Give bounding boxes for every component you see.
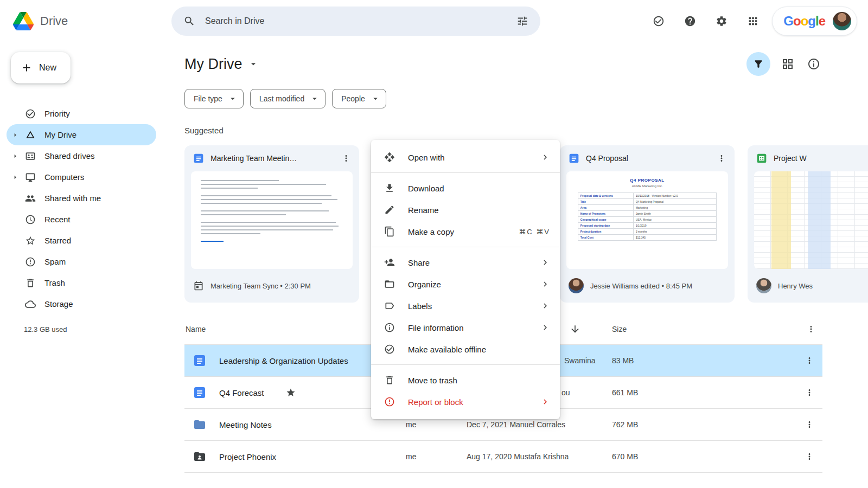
card-title: Q4 Proposal (586, 154, 706, 163)
row-more-icon[interactable] (796, 444, 822, 470)
chip-last-modified[interactable]: Last modified (250, 89, 326, 108)
file-card-q4-proposal[interactable]: Q4 Proposal Q4 PROPOSAL ACME Marketing I… (560, 145, 735, 303)
avatar (569, 278, 584, 293)
account-chip[interactable]: Google (772, 7, 857, 36)
submenu-arrow-icon (540, 152, 550, 162)
user-avatar[interactable] (833, 12, 851, 30)
more-options-icon[interactable] (337, 150, 355, 167)
shared-drives-icon (25, 151, 36, 162)
menu-item-make-a-copy[interactable]: Make a copy ⌘C ⌘V (371, 221, 560, 242)
people-icon (25, 193, 36, 204)
menu-item-download[interactable]: Download (371, 177, 560, 199)
submenu-arrow-icon (540, 301, 550, 311)
grid-view-button[interactable] (779, 55, 796, 73)
search-input[interactable] (205, 16, 507, 26)
card-footer: Marketing Team Sync • 2:30 PM (184, 269, 359, 303)
new-button[interactable]: New (11, 52, 71, 84)
row-more-icon[interactable] (796, 412, 822, 438)
chevron-down-icon (310, 94, 320, 104)
file-name: Project Phoenix (219, 452, 276, 461)
search-icon[interactable] (183, 15, 195, 27)
menu-item-labels[interactable]: Labels (371, 295, 560, 317)
sidebar-item-recent[interactable]: Recent (7, 209, 156, 230)
size-cell: 661 MB (612, 388, 677, 397)
sidebar-item-computers[interactable]: Computers (7, 166, 156, 188)
availability-status-button[interactable] (646, 9, 671, 34)
menu-item-open-with[interactable]: Open with (371, 146, 560, 168)
trash-icon (384, 375, 395, 386)
shortcut-label: ⌘C ⌘V (519, 228, 550, 236)
my-drive-icon (25, 130, 36, 140)
expand-chevron-icon[interactable] (11, 131, 20, 139)
more-options-icon[interactable] (713, 150, 730, 167)
menu-divider (371, 364, 560, 365)
menu-item-report-or-block[interactable]: Report or block (371, 391, 560, 413)
owner-cell: me (406, 452, 467, 461)
calendar-icon (193, 280, 204, 291)
expand-chevron-icon[interactable] (11, 152, 20, 160)
chip-file-type[interactable]: File type (184, 89, 244, 108)
menu-item-organize[interactable]: Organize (371, 273, 560, 295)
info-icon (807, 57, 820, 70)
sidebar-item-priority[interactable]: Priority (7, 103, 156, 124)
submenu-arrow-icon (540, 397, 550, 407)
sidebar-item-trash[interactable]: Trash (7, 272, 156, 293)
spam-icon (25, 256, 36, 267)
menu-divider (371, 247, 560, 247)
filter-button[interactable] (746, 52, 770, 76)
sheet-icon (756, 153, 767, 164)
doc-icon (193, 354, 206, 367)
open-with-icon (384, 152, 395, 163)
list-options-icon[interactable] (806, 324, 816, 334)
sidebar-item-starred[interactable]: Starred (7, 230, 156, 251)
sidebar-item-shared-with-me[interactable]: Shared with me (7, 188, 156, 209)
menu-item-share[interactable]: Share (371, 252, 560, 273)
file-card-project-sheet[interactable]: Project W Henry Wes (748, 145, 868, 303)
owner-cell: me (406, 420, 467, 429)
shared-folder-icon (193, 450, 206, 463)
submenu-arrow-icon (540, 258, 550, 267)
topbar: Drive Google (0, 0, 868, 42)
menu-item-make-available-offline[interactable]: Make available offline (371, 338, 560, 360)
column-header-size[interactable]: Size (612, 325, 627, 333)
funnel-icon (753, 59, 764, 69)
size-cell: 670 MB (612, 452, 677, 461)
info-icon (384, 322, 395, 333)
row-more-icon[interactable] (796, 348, 822, 374)
card-title: Project W (774, 154, 868, 163)
settings-button[interactable] (709, 9, 734, 34)
sort-descending-icon[interactable] (570, 324, 580, 335)
proposal-preview: Q4 PROPOSAL ACME Marketing Inc. Proposal… (566, 171, 728, 269)
page-title[interactable]: My Drive (184, 56, 259, 73)
file-card-marketing-doc[interactable]: Marketing Team Meetin… Marketing Team Sy… (184, 145, 359, 303)
search-bar[interactable] (171, 7, 540, 36)
doc-icon (193, 386, 206, 399)
details-button[interactable] (805, 55, 822, 73)
sidebar-nav: Priority My Drive Shared drives Computer… (0, 103, 171, 314)
card-title: Marketing Team Meetin… (210, 154, 331, 163)
file-name: Leadership & Organization Updates (219, 356, 348, 365)
chip-people[interactable]: People (332, 89, 386, 108)
apps-grid-button[interactable] (741, 9, 765, 34)
drive-brand[interactable]: Drive (0, 12, 171, 30)
offline-check-icon (384, 344, 395, 355)
sidebar-item-shared-drives[interactable]: Shared drives (7, 145, 156, 166)
menu-item-move-to-trash[interactable]: Move to trash (371, 369, 560, 391)
sidebar-item-my-drive[interactable]: My Drive (7, 124, 156, 145)
row-more-icon[interactable] (796, 380, 822, 406)
size-cell: 762 MB (612, 420, 677, 429)
column-header-name[interactable]: Name (186, 325, 206, 333)
sidebar-item-spam[interactable]: Spam (7, 251, 156, 272)
pencil-icon (384, 204, 395, 215)
expand-chevron-icon[interactable] (11, 173, 20, 182)
drive-logo-icon (13, 12, 34, 30)
help-button[interactable] (678, 9, 703, 34)
file-row-project-phoenix[interactable]: Project Phoenix me Aug 17, 2020 Mustafa … (184, 441, 822, 473)
submenu-arrow-icon (540, 323, 550, 332)
folder-outline-icon (384, 279, 395, 290)
menu-item-rename[interactable]: Rename (371, 199, 560, 221)
sidebar-item-storage[interactable]: Storage (7, 293, 156, 314)
menu-item-file-information[interactable]: File information (371, 317, 560, 338)
file-name: Q4 Forecast (219, 388, 264, 397)
search-options-icon[interactable] (516, 15, 528, 27)
